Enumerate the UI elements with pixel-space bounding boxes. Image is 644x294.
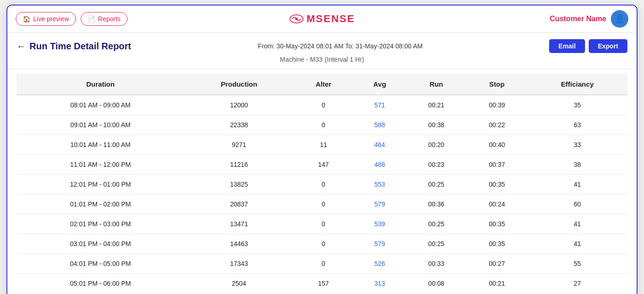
cell-efficiency: 38	[527, 155, 627, 175]
cell-duration: 12:01 PM - 01:00 PM	[17, 175, 184, 194]
cell-efficiency: 27	[527, 274, 627, 294]
cell-stop: 00:35	[467, 175, 527, 194]
cell-stop: 00:35	[467, 234, 527, 254]
cell-run: 00:25	[406, 234, 467, 254]
cell-avg: 579	[353, 194, 406, 214]
table-row: 02:01 PM - 03:00 PM13471053900:2500:3541	[17, 214, 627, 234]
email-button[interactable]: Email	[549, 39, 585, 53]
table-header: Duration Production Alter Avg Run Stop E…	[17, 74, 627, 95]
cell-duration: 02:01 PM - 03:00 PM	[17, 214, 184, 234]
cell-duration: 04:01 PM - 05:00 PM	[17, 254, 184, 274]
cell-production: 11216	[184, 155, 293, 175]
cell-duration: 03:01 PM - 04:00 PM	[17, 234, 184, 254]
logo: MSENSE	[289, 13, 355, 25]
reports-icon: 📄	[88, 15, 95, 23]
table-row: 05:01 PM - 06:00 PM250415731300:0800:212…	[17, 274, 627, 294]
date-range: From: 30-May-2024 08:01 AM To: 31-May-20…	[141, 42, 540, 50]
cell-production: 17343	[184, 254, 293, 274]
cell-stop: 00:24	[467, 194, 527, 214]
data-table: Duration Production Alter Avg Run Stop E…	[17, 74, 627, 293]
back-button[interactable]: ← Run Time Detail Report	[17, 41, 131, 52]
page-title: Run Time Detail Report	[29, 41, 131, 52]
cell-stop: 00:40	[467, 135, 527, 155]
customer-name: Customer Name	[550, 15, 606, 23]
cell-run: 00:20	[406, 135, 467, 155]
cell-efficiency: 41	[527, 234, 627, 254]
table-row: 09:01 AM - 10:00 AM22338058800:3800:2263	[17, 115, 627, 135]
cell-run: 00:25	[406, 214, 467, 234]
cell-avg: 526	[353, 254, 406, 274]
cell-production: 2504	[184, 274, 293, 294]
live-preview-button[interactable]: 🏠 Live preview	[16, 12, 76, 26]
cell-alter: 0	[293, 214, 353, 234]
cell-alter: 0	[293, 95, 353, 115]
cell-alter: 0	[293, 254, 353, 274]
home-icon: 🏠	[23, 15, 30, 23]
cell-stop: 00:22	[467, 115, 527, 135]
svg-point-1	[295, 18, 298, 20]
cell-avg: 588	[353, 115, 406, 135]
cell-alter: 11	[293, 135, 353, 155]
cell-production: 12000	[184, 95, 293, 115]
header: 🏠 Live preview 📄 Reports MSENSE Customer…	[7, 6, 637, 33]
export-button[interactable]: Export	[589, 39, 627, 53]
cell-production: 13471	[184, 214, 293, 234]
cell-production: 22338	[184, 115, 293, 135]
header-row: Duration Production Alter Avg Run Stop E…	[17, 74, 627, 95]
cell-stop: 00:21	[467, 274, 527, 294]
cell-run: 00:23	[406, 155, 467, 175]
reports-label: Reports	[98, 15, 121, 23]
cell-production: 20837	[184, 194, 293, 214]
header-right: Customer Name 👤	[550, 10, 628, 28]
table-body: 08:01 AM - 09:00 AM12000057100:2100:3935…	[17, 95, 627, 293]
col-run: Run	[406, 74, 467, 95]
table-container: Duration Production Alter Avg Run Stop E…	[7, 69, 637, 294]
app-container: 🏠 Live preview 📄 Reports MSENSE Customer…	[6, 5, 638, 294]
cell-stop: 00:35	[467, 214, 527, 234]
table-row: 12:01 PM - 01:00 PM13825055300:2500:3541	[17, 175, 627, 194]
cell-stop: 00:27	[467, 254, 527, 274]
cell-efficiency: 60	[527, 194, 627, 214]
cell-production: 14463	[184, 234, 293, 254]
cell-avg: 464	[353, 135, 406, 155]
cell-avg: 539	[353, 214, 406, 234]
cell-alter: 157	[293, 274, 353, 294]
sub-header-top: ← Run Time Detail Report From: 30-May-20…	[17, 39, 627, 53]
cell-efficiency: 35	[527, 95, 627, 115]
table-row: 08:01 AM - 09:00 AM12000057100:2100:3935	[17, 95, 627, 115]
cell-alter: 0	[293, 115, 353, 135]
back-arrow-icon: ←	[17, 41, 26, 52]
table-row: 01:01 PM - 02:00 PM20837057900:3600:2460	[17, 194, 627, 214]
col-avg: Avg	[353, 74, 406, 95]
logo-text: MSENSE	[307, 13, 355, 25]
col-alter: Alter	[293, 74, 353, 95]
avatar: 👤	[611, 10, 628, 28]
cell-efficiency: 41	[527, 214, 627, 234]
cell-alter: 0	[293, 194, 353, 214]
cell-duration: 08:01 AM - 09:00 AM	[17, 95, 184, 115]
logo-icon	[289, 14, 304, 24]
reports-button[interactable]: 📄 Reports	[81, 12, 128, 26]
cell-avg: 571	[353, 95, 406, 115]
machine-title: Machine - M33 (Interval 1 Hr)	[17, 55, 627, 64]
sub-header: ← Run Time Detail Report From: 30-May-20…	[7, 33, 637, 69]
col-duration: Duration	[17, 74, 184, 95]
cell-production: 9271	[184, 135, 293, 155]
cell-avg: 579	[353, 234, 406, 254]
table-row: 11:01 AM - 12:00 PM1121614748800:2300:37…	[17, 155, 627, 175]
col-efficiency: Efficiancy	[527, 74, 627, 95]
cell-efficiency: 55	[527, 254, 627, 274]
cell-duration: 01:01 PM - 02:00 PM	[17, 194, 184, 214]
cell-avg: 488	[353, 155, 406, 175]
cell-run: 00:21	[406, 95, 467, 115]
cell-avg: 313	[353, 274, 406, 294]
live-preview-label: Live preview	[33, 15, 69, 23]
cell-efficiency: 63	[527, 115, 627, 135]
col-production: Production	[184, 74, 293, 95]
table-row: 03:01 PM - 04:00 PM14463057900:2500:3541	[17, 234, 627, 254]
cell-efficiency: 41	[527, 175, 627, 194]
cell-run: 00:36	[406, 194, 467, 214]
cell-duration: 11:01 AM - 12:00 PM	[17, 155, 184, 175]
cell-alter: 0	[293, 175, 353, 194]
cell-stop: 00:37	[467, 155, 527, 175]
